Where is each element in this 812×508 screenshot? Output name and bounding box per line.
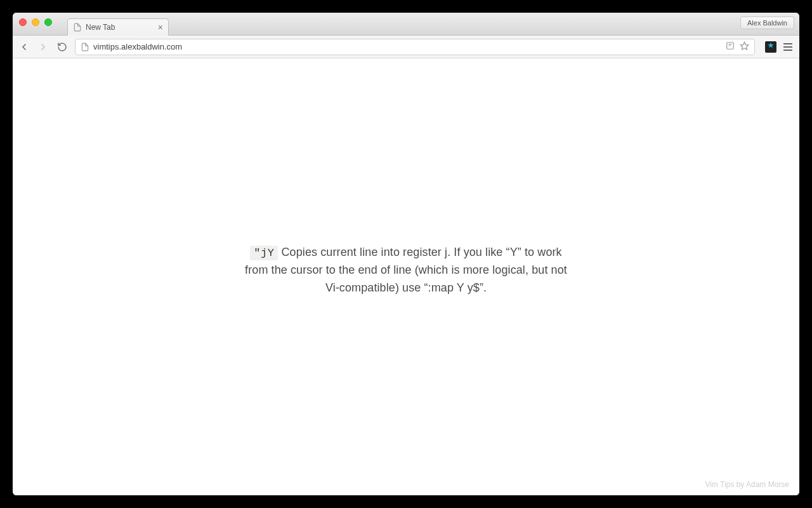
address-bar[interactable]: vimtips.alexbaldwin.com <box>75 39 755 55</box>
extension-icon[interactable] <box>765 41 776 53</box>
page-content: "jY Copies current line into register j.… <box>13 58 799 495</box>
site-info-icon[interactable] <box>81 43 89 51</box>
close-window-button[interactable] <box>19 18 27 26</box>
translate-icon[interactable] <box>726 41 735 52</box>
footer-credit: Vim Tips by Adam Morse <box>705 480 790 489</box>
tip-command: "jY <box>250 246 278 260</box>
close-tab-icon[interactable]: × <box>158 23 163 32</box>
window-controls <box>19 18 52 26</box>
page-icon <box>73 23 82 32</box>
back-button[interactable] <box>18 41 30 53</box>
svg-marker-1 <box>740 42 749 50</box>
hamburger-menu-icon[interactable] <box>782 41 794 53</box>
tip-description: Copies current line into register j. If … <box>245 246 567 294</box>
forward-button[interactable] <box>37 41 49 53</box>
vim-tip: "jY Copies current line into register j.… <box>241 244 571 297</box>
extension-icons <box>765 41 794 53</box>
profile-button[interactable]: Alex Baldwin <box>740 17 794 29</box>
browser-window: New Tab × Alex Baldwin vimtips.alexbaldw… <box>13 13 799 495</box>
toolbar: vimtips.alexbaldwin.com <box>13 36 799 58</box>
omnibox-icons <box>726 41 749 53</box>
titlebar: New Tab × Alex Baldwin <box>13 13 799 36</box>
profile-name: Alex Baldwin <box>747 19 787 27</box>
minimize-window-button[interactable] <box>32 18 39 26</box>
fullscreen-window-button[interactable] <box>44 18 52 26</box>
tab-title: New Tab <box>86 23 115 32</box>
browser-tab[interactable]: New Tab × <box>67 18 169 36</box>
bookmark-star-icon[interactable] <box>740 41 749 53</box>
url-text: vimtips.alexbaldwin.com <box>93 42 722 51</box>
reload-button[interactable] <box>56 41 69 53</box>
